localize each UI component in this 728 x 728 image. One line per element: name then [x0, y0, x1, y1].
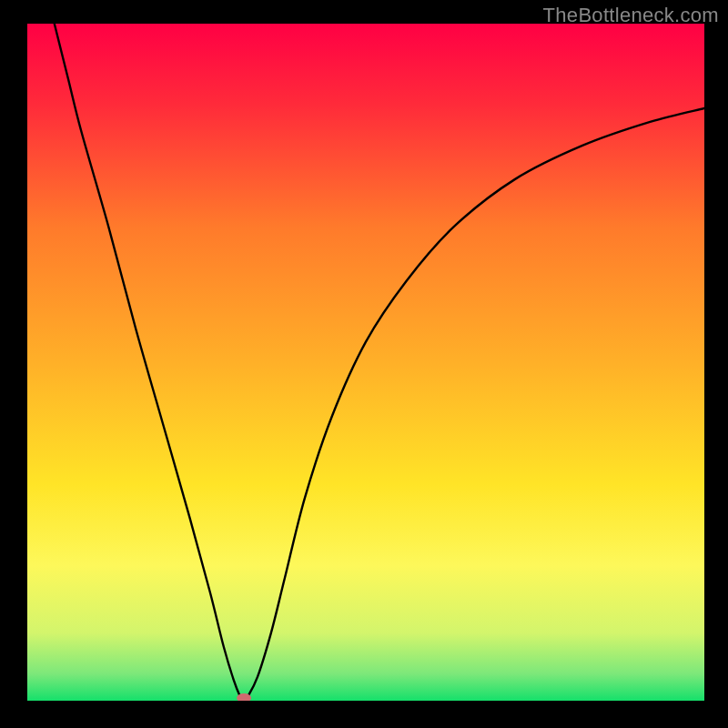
gradient-background [27, 24, 704, 701]
chart-frame: TheBottleneck.com [0, 0, 728, 728]
bottleneck-chart [27, 24, 704, 701]
watermark-text: TheBottleneck.com [543, 4, 719, 27]
plot-area [27, 24, 704, 701]
